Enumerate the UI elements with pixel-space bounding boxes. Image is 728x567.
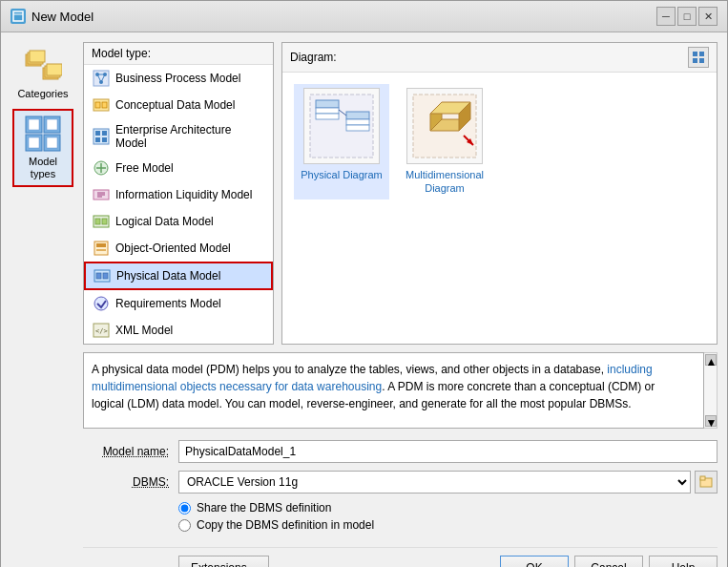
svg-rect-40 — [102, 219, 107, 224]
model-type-eam[interactable]: Enterprise Architecture Model — [84, 118, 273, 155]
model-type-ilm[interactable]: Information Liquidity Model — [84, 181, 273, 208]
close-button[interactable]: ✕ — [698, 7, 718, 26]
oom-label: Object-Oriented Model — [115, 242, 231, 255]
ilm-icon — [93, 186, 110, 203]
svg-text:</>: </> — [95, 327, 108, 335]
svg-rect-25 — [102, 102, 107, 108]
top-area: Categories — [10, 42, 718, 567]
model-type-fm[interactable]: Free Model — [84, 155, 273, 181]
diagram-items: Physical Diagram — [282, 73, 717, 211]
dbms-select[interactable]: ORACLE Version 11g — [178, 471, 691, 494]
svg-rect-24 — [95, 102, 100, 108]
bpm-label: Business Process Model — [115, 72, 240, 85]
model-type-oom[interactable]: Object-Oriented Model — [84, 235, 273, 262]
help-button[interactable]: Help — [649, 556, 718, 567]
svg-rect-9 — [29, 119, 39, 130]
minimize-button[interactable]: ─ — [656, 7, 676, 26]
svg-rect-51 — [699, 52, 704, 56]
pdm-label: Physical Data Model — [116, 269, 220, 283]
multidim-diagram-icon — [406, 88, 483, 164]
oom-icon — [93, 240, 110, 257]
dbms-label: DBMS: — [83, 475, 169, 489]
svg-rect-59 — [346, 119, 369, 125]
svg-rect-0 — [13, 11, 23, 21]
ldm-icon — [93, 213, 110, 230]
fm-icon — [93, 159, 110, 177]
dialog-body: Categories — [1, 32, 727, 567]
categories-label: Categories — [17, 88, 68, 100]
model-type-req[interactable]: Requirements Model — [84, 290, 273, 317]
model-types-label: Model types — [18, 156, 68, 180]
form-section: Model name: DBMS: ORACLE Version 11g — [83, 440, 718, 532]
model-name-label: Model name: — [83, 445, 169, 458]
categories-icon — [24, 47, 62, 85]
sidebar-item-model-types[interactable]: Model types — [12, 109, 73, 186]
model-type-pdm[interactable]: Physical Data Model — [84, 262, 273, 290]
svg-rect-43 — [96, 249, 106, 251]
svg-rect-58 — [346, 112, 369, 119]
radio-copy-label: Copy the DBMS definition in model — [197, 518, 374, 532]
model-types-icon — [24, 115, 62, 153]
model-type-header: Model type: — [84, 43, 273, 65]
svg-rect-42 — [96, 243, 106, 247]
xml-label: XML Model — [115, 324, 173, 337]
scroll-up-btn[interactable]: ▲ — [705, 354, 717, 366]
svg-rect-50 — [693, 52, 697, 56]
svg-rect-52 — [693, 58, 697, 63]
radio-share[interactable]: Share the DBMS definition — [178, 501, 718, 514]
eam-icon — [93, 128, 110, 145]
dbms-select-row: ORACLE Version 11g — [178, 471, 718, 494]
radio-row: Share the DBMS definition Copy the DBMS … — [178, 501, 718, 532]
model-name-input[interactable] — [178, 440, 718, 463]
diagram-view-button[interactable] — [688, 47, 709, 68]
svg-rect-39 — [95, 219, 100, 224]
physical-diagram-label: Physical Diagram — [301, 168, 383, 181]
title-bar-left: New Model — [10, 9, 94, 24]
pdm-icon — [94, 267, 111, 284]
svg-rect-46 — [103, 273, 108, 279]
diagram-header-label: Diagram: — [290, 51, 337, 64]
ok-button[interactable]: OK — [500, 556, 569, 567]
svg-rect-27 — [95, 131, 100, 136]
description-link-multidim: including multidimensional objects neces… — [92, 363, 653, 393]
radio-share-input[interactable] — [178, 502, 191, 514]
new-model-dialog: New Model ─ □ ✕ — [0, 0, 728, 567]
xml-icon: </> — [93, 322, 110, 339]
svg-rect-56 — [316, 108, 339, 114]
button-row: Extensions... OK Cancel Help — [83, 547, 718, 567]
diagram-header: Diagram: — [282, 43, 717, 73]
svg-rect-30 — [102, 137, 107, 142]
cdm-label: Conceptual Data Model — [115, 98, 235, 112]
diagram-panel: Diagram: — [281, 42, 718, 345]
description-scrollbar[interactable]: ▲ ▼ — [704, 352, 718, 429]
ilm-label: Information Liquidity Model — [115, 188, 252, 201]
svg-rect-15 — [47, 137, 57, 148]
physical-diagram-icon — [303, 88, 380, 164]
dbms-row: DBMS: ORACLE Version 11g — [83, 471, 718, 494]
extensions-button[interactable]: Extensions... — [178, 556, 269, 567]
dbms-browse-button[interactable] — [695, 471, 718, 494]
maximize-button[interactable]: □ — [677, 7, 697, 26]
eam-label: Enterprise Architecture Model — [115, 123, 264, 150]
cancel-button[interactable]: Cancel — [574, 556, 643, 567]
dialog-title: New Model — [31, 10, 94, 24]
diagram-item-physical[interactable]: Physical Diagram — [294, 84, 389, 200]
description-panel: A physical data model (PDM) helps you to… — [83, 352, 704, 429]
model-type-cdm[interactable]: Conceptual Data Model — [84, 92, 273, 118]
sidebar-item-categories[interactable]: Categories — [12, 42, 73, 105]
svg-rect-45 — [96, 273, 101, 279]
radio-copy-input[interactable] — [178, 519, 191, 532]
model-type-list: Business Process Model — [84, 65, 273, 344]
svg-rect-70 — [700, 476, 705, 480]
radio-copy[interactable]: Copy the DBMS definition in model — [178, 518, 718, 532]
model-type-bpm[interactable]: Business Process Model — [84, 65, 273, 92]
diagram-item-multidim[interactable]: Multidimensional Diagram — [397, 84, 492, 200]
svg-rect-53 — [699, 58, 704, 63]
model-type-xml[interactable]: </> XML Model — [84, 317, 273, 344]
svg-rect-57 — [316, 114, 339, 119]
description-container: A physical data model (PDM) helps you to… — [83, 352, 718, 429]
description-text: A physical data model (PDM) helps you to… — [92, 363, 655, 410]
scroll-down-btn[interactable]: ▼ — [705, 415, 717, 427]
fm-label: Free Model — [115, 161, 174, 175]
model-type-ldm[interactable]: Logical Data Model — [84, 208, 273, 235]
